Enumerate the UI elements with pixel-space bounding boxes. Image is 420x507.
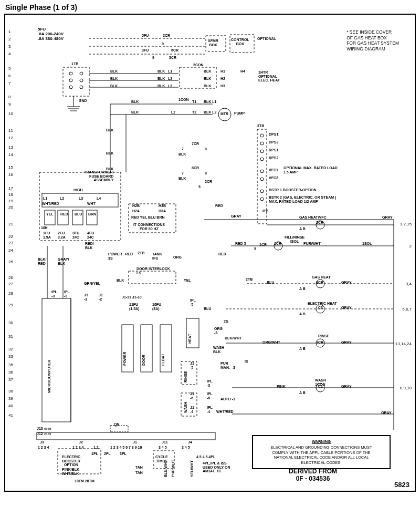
fu-rating: 5FU .8A 200-240V .8A 380-480V <box>38 27 64 41</box>
svg-point-14 <box>260 142 264 145</box>
pump-label: PUMP <box>234 111 245 116</box>
svg-point-15 <box>260 150 264 153</box>
svg-point-6 <box>80 79 83 82</box>
warning-box: WARNING ELECTRICAL AND GROUNDING CONNECT… <box>252 435 391 469</box>
xfmr-box: XFMR BOX <box>208 39 218 47</box>
tc-note: 4PL,IPL & ISS USED ONLY ON AM14T, TC <box>203 461 230 473</box>
svg-point-17 <box>260 170 264 173</box>
svg-point-18 <box>260 178 264 181</box>
svg-point-16 <box>260 158 264 161</box>
tb1-label: 1TB <box>71 62 78 66</box>
derived-from: DERIVED FROM 0F - 034536 <box>289 468 337 482</box>
svg-point-7 <box>80 86 83 89</box>
svg-point-2 <box>69 72 72 75</box>
control-box: CONTROL BOX <box>231 38 249 46</box>
svg-rect-1 <box>63 67 89 96</box>
svg-rect-44 <box>37 432 215 440</box>
svg-rect-36 <box>42 298 71 422</box>
page-title: Single Phase (1 of 3) <box>5 3 77 12</box>
svg-point-13 <box>260 134 264 137</box>
svg-point-19 <box>260 190 264 193</box>
svg-rect-21 <box>39 172 121 241</box>
see-note: * SEE INSIDE COVER OF GAS HEAT BOX FOR G… <box>346 29 399 52</box>
mtr: MTR <box>220 112 228 116</box>
drawing-number: 5823 <box>394 481 410 489</box>
microcomputer: MICROCOMPUTER <box>47 360 51 393</box>
gnd-label: GND <box>79 99 87 103</box>
svg-point-4 <box>69 86 72 89</box>
svg-point-5 <box>80 72 83 75</box>
optional-note-top: OPTIONAL <box>257 37 276 41</box>
svg-point-20 <box>260 198 264 201</box>
svg-point-3 <box>69 79 72 82</box>
svg-rect-45 <box>110 426 128 432</box>
diagram-frame: 12 34 56 78 910 1112 1314 1516 1718 1920… <box>4 14 416 492</box>
